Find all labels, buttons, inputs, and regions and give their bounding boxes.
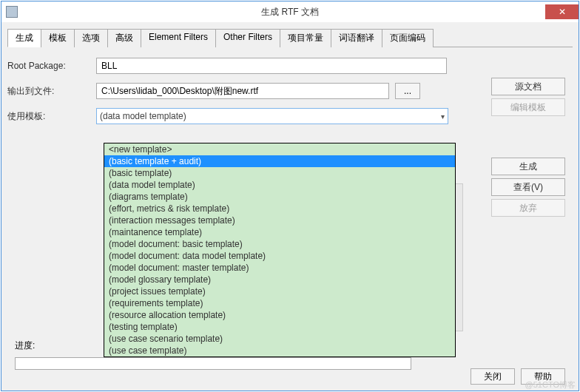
close-button[interactable]: ✕ xyxy=(545,4,579,19)
dropdown-item[interactable]: (maintanence template) xyxy=(104,226,455,238)
browse-button[interactable]: ... xyxy=(395,83,420,99)
dropdown-item[interactable]: (effort, metrics & risk template) xyxy=(104,203,455,214)
titlebar: 生成 RTF 文档 ✕ xyxy=(1,1,579,22)
root-package-label: Root Package: xyxy=(7,61,96,71)
output-file-input[interactable] xyxy=(96,83,389,99)
app-icon xyxy=(6,6,18,18)
close-icon: ✕ xyxy=(559,7,566,17)
watermark: @51CTO博客 xyxy=(525,379,576,391)
dropdown-item[interactable]: (model glossary template) xyxy=(104,274,455,285)
edit-template-button: 编辑模板 xyxy=(491,98,565,116)
output-file-label: 输出到文件: xyxy=(7,85,96,98)
tab-other-filters[interactable]: Other Filters xyxy=(215,29,280,47)
tab-options[interactable]: 选项 xyxy=(74,29,108,47)
dropdown-item[interactable]: (use case scenario template) xyxy=(104,333,455,345)
source-doc-button[interactable]: 源文档 xyxy=(491,78,565,95)
tab-generate[interactable]: 生成 xyxy=(7,29,41,47)
template-dropdown-list[interactable]: <new template> (basic template + audit) … xyxy=(104,143,456,357)
dropdown-item[interactable]: (basic template + audit) xyxy=(104,155,455,167)
dropdown-item[interactable]: (model document: data model template) xyxy=(104,250,455,262)
dropdown-item[interactable]: (model document: basic template) xyxy=(104,238,455,250)
tab-translate[interactable]: 词语翻译 xyxy=(331,29,382,47)
dropdown-item[interactable]: (testing template) xyxy=(104,321,455,333)
tabstrip: 生成 模板 选项 高级 Element Filters Other Filter… xyxy=(7,28,573,47)
abort-button: 放弃 xyxy=(491,199,565,217)
progress-bar xyxy=(15,357,411,370)
dropdown-item[interactable]: (data model template) xyxy=(104,179,455,191)
chevron-down-icon: ▾ xyxy=(441,112,445,121)
root-package-input[interactable] xyxy=(96,58,447,74)
tab-element-filters[interactable]: Element Filters xyxy=(141,29,216,47)
dropdown-item[interactable]: (model document: master template) xyxy=(104,262,455,274)
tab-template[interactable]: 模板 xyxy=(41,29,75,47)
dropdown-item[interactable]: (use case template) xyxy=(104,345,455,356)
generate-button[interactable]: 生成 xyxy=(491,158,565,175)
dropdown-item[interactable]: (basic template) xyxy=(104,167,455,179)
close-dialog-button[interactable]: 关闭 xyxy=(471,368,515,385)
use-template-label: 使用模板: xyxy=(7,110,96,123)
combo-selected-text: (data model template) xyxy=(100,111,186,121)
template-combobox[interactable]: (data model template) ▾ xyxy=(96,108,448,124)
tab-advanced[interactable]: 高级 xyxy=(107,29,141,47)
progress-label: 进度: xyxy=(15,339,35,352)
view-button[interactable]: 查看(V) xyxy=(491,178,565,196)
tab-constants[interactable]: 项目常量 xyxy=(280,29,331,47)
dropdown-item[interactable]: (interaction messages template) xyxy=(104,214,455,226)
dropdown-item[interactable]: <new template> xyxy=(104,143,455,155)
dropdown-item[interactable]: (diagrams template) xyxy=(104,191,455,203)
tab-encoding[interactable]: 页面编码 xyxy=(382,29,434,47)
dropdown-item[interactable]: (project issues template) xyxy=(104,285,455,297)
window-title: 生成 RTF 文档 xyxy=(261,6,319,18)
right-button-panel: 源文档 编辑模板 生成 查看(V) 放弃 xyxy=(491,78,565,220)
dropdown-item[interactable]: (resource allocation template) xyxy=(104,309,455,321)
dropdown-item[interactable]: (requirements template) xyxy=(104,297,455,309)
